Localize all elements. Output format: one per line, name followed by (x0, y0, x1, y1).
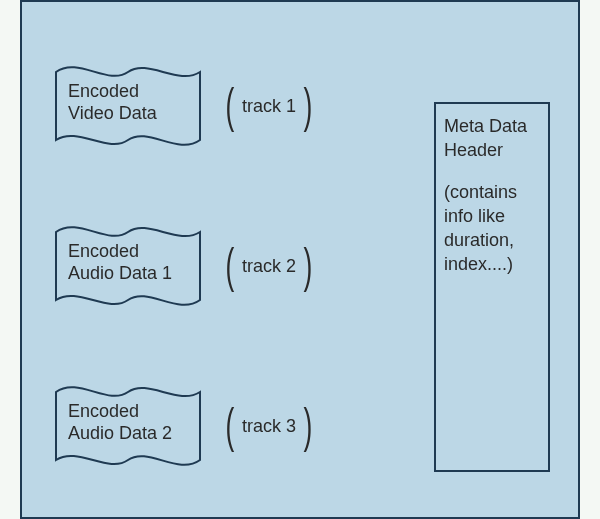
metadata-header-box: Meta Data Header (contains info like dur… (434, 102, 550, 472)
document-shape: Encoded Video Data (54, 58, 202, 154)
left-bracket-icon: ( (226, 82, 235, 130)
document-shape: Encoded Audio Data 2 (54, 378, 202, 474)
metadata-detail: (contains info like duration, index....) (444, 180, 540, 276)
document-label: Encoded Audio Data 1 (68, 240, 188, 284)
track-label: track 1 (242, 96, 296, 117)
right-bracket-icon: ) (304, 402, 313, 450)
track-label: track 3 (242, 416, 296, 437)
document-label: Encoded Video Data (68, 80, 188, 124)
media-container-box: Encoded Video Data ( track 1 ) Encoded A… (20, 0, 580, 519)
document-shape: Encoded Audio Data 1 (54, 218, 202, 314)
diagram-canvas: Encoded Video Data ( track 1 ) Encoded A… (0, 0, 600, 519)
left-bracket-icon: ( (226, 242, 235, 290)
right-bracket-icon: ) (304, 242, 313, 290)
metadata-title: Meta Data Header (444, 114, 540, 162)
track-bracket: ( track 3 ) (222, 392, 316, 460)
track-row: Encoded Audio Data 2 ( track 3 ) (54, 378, 414, 474)
right-bracket-icon: ) (304, 82, 313, 130)
track-bracket: ( track 2 ) (222, 232, 316, 300)
left-bracket-icon: ( (226, 402, 235, 450)
track-label: track 2 (242, 256, 296, 277)
track-row: Encoded Audio Data 1 ( track 2 ) (54, 218, 414, 314)
document-label: Encoded Audio Data 2 (68, 400, 188, 444)
track-row: Encoded Video Data ( track 1 ) (54, 58, 414, 154)
track-bracket: ( track 1 ) (222, 72, 316, 140)
